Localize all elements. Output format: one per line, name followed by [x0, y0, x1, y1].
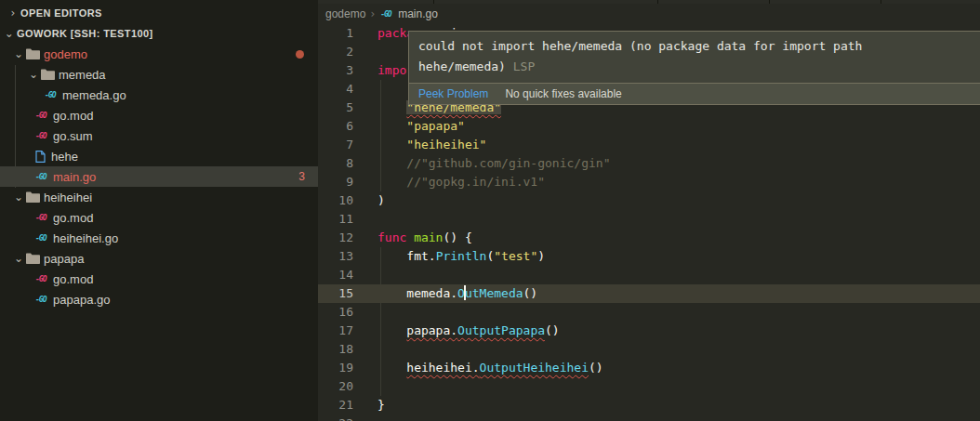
tree-item-go.mod[interactable]: -GOgo.mod — [0, 105, 318, 125]
code-line-13[interactable]: 13 fmt.Println("test") — [318, 247, 980, 266]
code-text — [353, 210, 377, 229]
tree-item-papapa.go[interactable]: -GOpapapa.go — [0, 289, 318, 309]
code-text: fmt.Println("test") — [353, 247, 545, 266]
code-token: () — [545, 323, 560, 337]
line-number: 7 — [318, 136, 353, 154]
go-file-icon: -GO — [35, 234, 51, 243]
hover-message-line1: could not import hehe/memeda (no package… — [418, 36, 971, 57]
code-text: "papapa" — [353, 117, 465, 136]
code-token: () — [589, 361, 603, 375]
chevron-down-icon: ⌄ — [11, 47, 26, 60]
code-line-16[interactable]: 16 — [318, 303, 980, 322]
code-line-15[interactable]: 15 memeda.OutMemeda() — [318, 284, 980, 303]
code-text — [353, 377, 377, 396]
hover-source-label: LSP — [513, 59, 535, 73]
breadcrumb: godemo › -GO main.go — [318, 4, 980, 24]
code-line-22[interactable]: 22 — [318, 414, 980, 421]
chevron-down-icon: ⌄ — [11, 191, 26, 204]
code-line-20[interactable]: 20 — [318, 377, 980, 396]
chevron-down-icon: ⌄ — [26, 68, 41, 81]
editor-area: godemo › -GO main.go 1package main23impo… — [318, 0, 980, 421]
code-token — [406, 230, 414, 244]
code-text: ) — [353, 191, 385, 210]
code-token — [377, 100, 406, 114]
tree-item-label: go.mod — [53, 109, 93, 123]
line-number: 9 — [318, 173, 353, 191]
open-editors-header[interactable]: › OPEN EDITORS — [0, 3, 318, 23]
code-token — [377, 156, 406, 170]
workspace-header[interactable]: ⌄ GOWORK [SSH: TEST100] — [0, 23, 318, 44]
code-line-18[interactable]: 18 — [318, 340, 980, 359]
folder-icon — [26, 48, 44, 59]
line-number: 12 — [318, 229, 353, 247]
code-token — [377, 119, 406, 133]
tree-item-go.mod[interactable]: -GOgo.mod — [0, 207, 318, 228]
code-line-10[interactable]: 10) — [318, 191, 980, 210]
tree-item-godemo[interactable]: ⌄godemo — [0, 44, 318, 64]
code-text — [353, 414, 377, 421]
code-token: papapa. — [406, 323, 457, 337]
code-token: () — [523, 286, 538, 300]
code-text: memeda.OutMemeda() — [353, 284, 537, 303]
tree-item-go.sum[interactable]: -GOgo.sum — [0, 125, 318, 146]
code-text: //"github.com/gin-gonic/gin" — [353, 154, 610, 173]
code-token: func — [377, 230, 406, 244]
line-number: 14 — [318, 266, 353, 284]
go-file-icon: -GO — [380, 10, 395, 19]
code-token: OutputPapapa — [457, 323, 545, 337]
tree-item-label: heiheihei.go — [53, 231, 118, 245]
code-line-17[interactable]: 17 papapa.OutputPapapa() — [318, 322, 980, 340]
line-number: 11 — [318, 210, 353, 229]
code-token: utMemeda — [465, 286, 523, 300]
tree-item-memeda[interactable]: ⌄memeda — [0, 64, 318, 85]
code-line-9[interactable]: 9 //"gopkg.in/ini.v1" — [318, 173, 980, 191]
tree-item-main.go[interactable]: -GOmain.go3 — [0, 166, 318, 187]
chevron-down-icon: ⌄ — [2, 27, 17, 40]
tree-item-memeda.go[interactable]: -GOmemeda.go — [0, 85, 318, 105]
tree-item-hehe[interactable]: hehe — [0, 146, 318, 166]
code-line-11[interactable]: 11 — [318, 210, 980, 229]
breadcrumb-file[interactable]: main.go — [398, 7, 438, 20]
no-quick-fixes-label: No quick fixes available — [505, 87, 621, 100]
code-token — [377, 175, 406, 189]
tree-item-heiheihei.go[interactable]: -GOheiheihei.go — [0, 228, 318, 248]
code-line-19[interactable]: 19 heiheihei.OutputHeiheihei() — [318, 359, 980, 377]
code-token: //"github.com/gin-gonic/gin" — [406, 156, 610, 170]
tree-item-label: main.go — [53, 170, 96, 184]
tree-item-go.mod[interactable]: -GOgo.mod — [0, 269, 318, 289]
tree-item-heiheihei[interactable]: ⌄heiheihei — [0, 187, 318, 207]
code-text: } — [353, 396, 385, 414]
code-token: ) — [377, 193, 385, 207]
tree-item-label: papapa.go — [53, 293, 110, 307]
code-line-12[interactable]: 12func main() { — [318, 229, 980, 247]
code-token: memeda. — [377, 286, 457, 300]
code-text: //"gopkg.in/ini.v1" — [353, 173, 545, 191]
tree-item-label: go.sum — [53, 129, 93, 143]
line-number: 8 — [318, 154, 353, 173]
folder-icon — [41, 69, 59, 80]
code-line-7[interactable]: 7 "heiheihei" — [318, 136, 980, 154]
peek-problem-link[interactable]: Peek Problem — [418, 87, 488, 100]
tree-indent-guide — [15, 65, 16, 188]
go-mod-icon: -GO — [35, 214, 51, 222]
code-token — [377, 361, 406, 375]
code-token — [377, 323, 406, 337]
code-line-6[interactable]: 6 "papapa" — [318, 117, 980, 136]
code-line-8[interactable]: 8 //"github.com/gin-gonic/gin" — [318, 154, 980, 173]
code-line-14[interactable]: 14 — [318, 266, 980, 284]
go-file-icon: -GO — [45, 91, 60, 99]
code-text — [353, 80, 377, 99]
line-number: 19 — [318, 359, 353, 377]
line-number: 5 — [318, 99, 353, 117]
line-number: 6 — [318, 117, 353, 136]
breadcrumb-folder[interactable]: godemo — [325, 7, 365, 20]
code-line-21[interactable]: 21} — [318, 396, 980, 414]
hover-actions: Peek Problem No quick fixes available — [409, 83, 980, 104]
chevron-down-icon: ⌄ — [11, 252, 26, 265]
go-mod-icon: -GO — [35, 275, 51, 283]
tree-item-label: go.mod — [53, 272, 93, 286]
line-number: 20 — [318, 377, 353, 396]
code-token: "heiheihei" — [406, 138, 486, 151]
line-number: 3 — [318, 61, 353, 80]
tree-item-papapa[interactable]: ⌄papapa — [0, 248, 318, 269]
